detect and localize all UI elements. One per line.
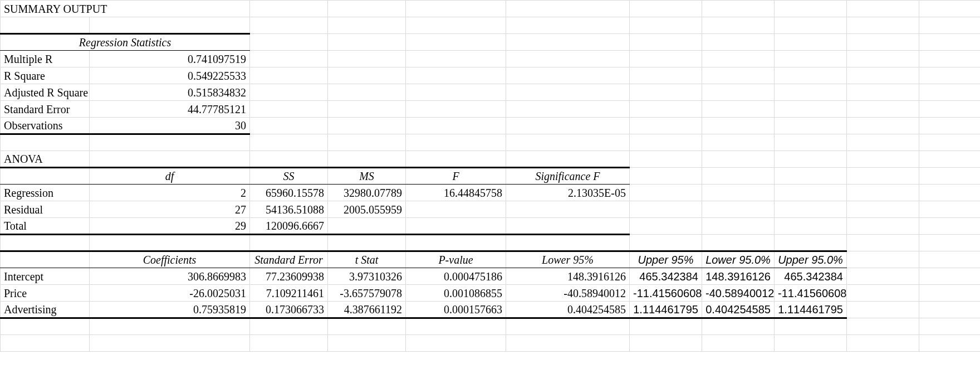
anova-ss: 54136.51088	[250, 201, 328, 218]
anova-ss: 120096.6667	[250, 218, 328, 235]
coeff-row[interactable]: Advertising 0.75935819 0.173066733 4.387…	[1, 302, 981, 318]
coeff-header-tstat: t Stat	[328, 251, 406, 268]
anova-f: 16.44845758	[406, 185, 506, 201]
anova-header-sigf: Significance F	[506, 168, 630, 185]
anova-row[interactable]: Regression 2 65960.15578 32980.07789 16.…	[1, 185, 981, 201]
reg-stat-label: Standard Error	[1, 101, 90, 118]
coeff-up: -11.41560608	[630, 285, 702, 302]
coeff-coef: -26.0025031	[90, 285, 250, 302]
blank-row[interactable]	[1, 318, 981, 335]
coeff-row[interactable]: Price -26.0025031 7.109211461 -3.6575790…	[1, 285, 981, 302]
coeff-header-lower95: Lower 95%	[506, 251, 630, 268]
anova-label: Regression	[1, 185, 90, 201]
anova-sigf: 2.13035E-05	[506, 185, 630, 201]
anova-sigf	[506, 201, 630, 218]
reg-stat-label: R Square	[1, 67, 90, 84]
anova-label: Total	[1, 218, 90, 235]
coeff-p: 0.000475186	[406, 268, 506, 285]
anova-df: 2	[90, 185, 250, 201]
reg-stats-header: Regression Statistics	[1, 34, 250, 51]
coeff-label: Price	[1, 285, 90, 302]
reg-stat-row[interactable]: Multiple R 0.741097519	[1, 51, 981, 67]
coeff-up0: 465.342384	[775, 268, 847, 285]
coeff-lo0: -40.58940012	[702, 285, 775, 302]
coeff-lo: 148.3916126	[506, 268, 630, 285]
blank-row[interactable]	[1, 335, 981, 352]
anova-header-row[interactable]: df SS MS F Significance F	[1, 168, 981, 185]
coeff-header-upper95: Upper 95%	[630, 251, 702, 268]
reg-stat-value: 44.77785121	[90, 101, 250, 118]
anova-header-ss: SS	[250, 168, 328, 185]
summary-output-title: SUMMARY OUTPUT	[1, 1, 250, 17]
anova-title-row[interactable]: ANOVA	[1, 151, 981, 168]
coeff-header-coefficients: Coefficients	[90, 251, 250, 268]
coeff-row[interactable]: Intercept 306.8669983 77.23609938 3.9731…	[1, 268, 981, 285]
reg-stats-header-row[interactable]: Regression Statistics	[1, 34, 981, 51]
anova-ss: 65960.15578	[250, 185, 328, 201]
anova-header-ms: MS	[328, 168, 406, 185]
coeff-p: 0.000157663	[406, 302, 506, 318]
coeff-label: Advertising	[1, 302, 90, 318]
blank-row[interactable]	[1, 235, 981, 251]
coeff-header-lower95-0: Lower 95.0%	[702, 251, 775, 268]
anova-ms: 2005.055959	[328, 201, 406, 218]
anova-row[interactable]: Residual 27 54136.51088 2005.055959	[1, 201, 981, 218]
anova-df: 29	[90, 218, 250, 235]
coeff-t: -3.657579078	[328, 285, 406, 302]
anova-row[interactable]: Total 29 120096.6667	[1, 218, 981, 235]
coeff-coef: 0.75935819	[90, 302, 250, 318]
coeff-lo0: 148.3916126	[702, 268, 775, 285]
coeff-t: 3.97310326	[328, 268, 406, 285]
reg-stat-row[interactable]: Adjusted R Square 0.515834832	[1, 84, 981, 101]
anova-header-f: F	[406, 168, 506, 185]
blank-row[interactable]	[1, 134, 981, 151]
anova-f	[406, 218, 506, 235]
coeff-p: 0.001086855	[406, 285, 506, 302]
spreadsheet[interactable]: SUMMARY OUTPUT Regression Statistics Mul…	[0, 0, 980, 352]
reg-stat-value: 0.515834832	[90, 84, 250, 101]
coeff-up0: 1.114461795	[775, 302, 847, 318]
anova-df: 27	[90, 201, 250, 218]
reg-stat-label: Multiple R	[1, 51, 90, 67]
reg-stat-value: 0.549225533	[90, 67, 250, 84]
anova-sigf	[506, 218, 630, 235]
coeff-header-stderr: Standard Error	[250, 251, 328, 268]
anova-ms: 32980.07789	[328, 185, 406, 201]
coeff-up: 1.114461795	[630, 302, 702, 318]
coeff-header-row[interactable]: Coefficients Standard Error t Stat P-val…	[1, 251, 981, 268]
coeff-se: 0.173066733	[250, 302, 328, 318]
coeff-coef: 306.8669983	[90, 268, 250, 285]
anova-label: Residual	[1, 201, 90, 218]
reg-stat-label: Observations	[1, 118, 90, 134]
coeff-label: Intercept	[1, 268, 90, 285]
coeff-lo: 0.404254585	[506, 302, 630, 318]
reg-stat-row[interactable]: Standard Error 44.77785121	[1, 101, 981, 118]
reg-stat-value: 30	[90, 118, 250, 134]
anova-f	[406, 201, 506, 218]
coeff-header-pvalue: P-value	[406, 251, 506, 268]
reg-stat-label: Adjusted R Square	[1, 84, 90, 101]
coeff-se: 7.109211461	[250, 285, 328, 302]
blank-row[interactable]	[1, 17, 981, 34]
anova-title: ANOVA	[1, 151, 90, 168]
reg-stat-row[interactable]: Observations 30	[1, 118, 981, 134]
coeff-up0: -11.41560608	[775, 285, 847, 302]
coeff-se: 77.23609938	[250, 268, 328, 285]
coeff-lo: -40.58940012	[506, 285, 630, 302]
coeff-lo0: 0.404254585	[702, 302, 775, 318]
coeff-header-upper95-0: Upper 95.0%	[775, 251, 847, 268]
reg-stat-value: 0.741097519	[90, 51, 250, 67]
anova-header-df: df	[90, 168, 250, 185]
coeff-up: 465.342384	[630, 268, 702, 285]
title-row[interactable]: SUMMARY OUTPUT	[1, 1, 981, 17]
coeff-t: 4.387661192	[328, 302, 406, 318]
anova-ms	[328, 218, 406, 235]
reg-stat-row[interactable]: R Square 0.549225533	[1, 67, 981, 84]
